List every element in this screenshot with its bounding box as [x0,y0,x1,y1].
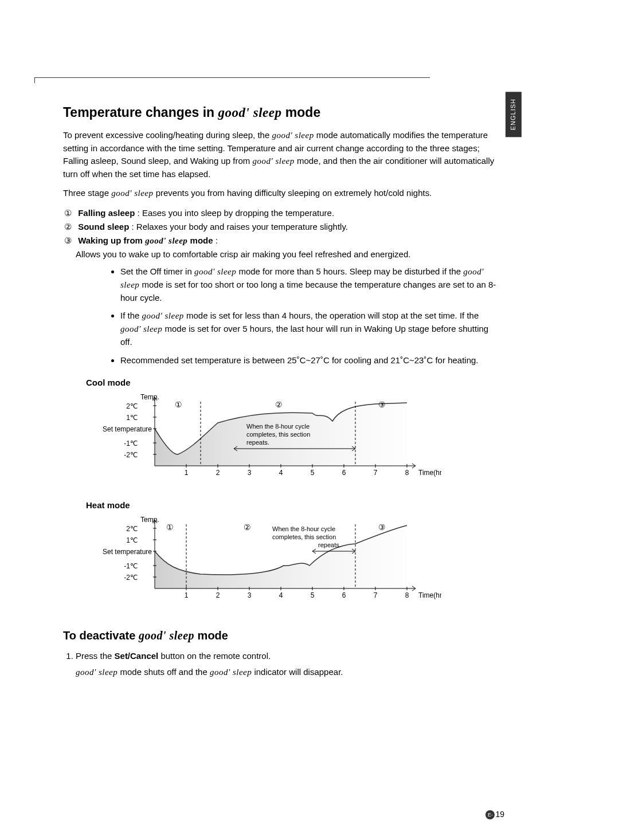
y-tick: Set temperature [103,548,152,556]
text: To prevent excessive cooling/heating dur… [63,130,272,140]
text: Three stage [63,188,111,198]
text: mode for more than 5 hours. Sleep may be… [236,266,463,276]
stage-label: Sound sleep [78,222,129,231]
good-sleep-text: good' sleep [272,131,314,140]
note-item: Set the Off timer in good' sleep mode fo… [120,265,499,304]
notes-list: Set the Off timer in good' sleep mode fo… [97,265,499,366]
text: If the [120,311,142,320]
stage-text: : Eases you into sleep by dropping the t… [135,208,334,218]
good-sleep-text: good' sleep [142,311,184,320]
good-sleep-text: good' sleep [218,105,282,120]
stage-marker-2: ② [244,523,251,532]
good-sleep-text: good' sleep [145,236,187,245]
intro-paragraph: To prevent excessive cooling/heating dur… [63,129,499,180]
content: Temperature changes in good' sleep mode … [63,103,499,682]
stage-2: ② Sound sleep : Relaxes your body and ra… [64,221,499,233]
y-tick: 2℃ [126,525,138,533]
title-part-b: mode [281,105,320,120]
stage-1: ① Falling asleep : Eases you into sleep … [64,207,499,219]
stage-text: Allows you to wake up to comfortable cri… [76,248,499,261]
x-tick: 7 [374,469,378,477]
good-sleep-text: good' sleep [111,189,153,198]
x-tick: 1 [185,469,189,477]
y-tick: 1℃ [126,414,138,422]
y-tick: 2℃ [126,402,138,410]
x-tick: 6 [342,591,346,599]
language-tab: ENGLISH [506,92,522,137]
text: mode is set for less than 4 hours, the o… [184,311,479,320]
y-tick: -1℃ [124,562,138,570]
good-sleep-text: good' sleep [139,629,194,642]
stage-list: ① Falling asleep : Eases you into sleep … [64,207,499,261]
stage-number-icon: ② [64,221,76,233]
y-axis-label: Temp. [140,516,159,524]
text: button on the remote control. [158,651,271,661]
x-tick: 8 [405,591,409,599]
y-tick: -1℃ [124,439,138,448]
text: mode is set for over 5 hours, the last h… [120,324,488,347]
button-name: Set/Cancel [115,651,159,661]
stage-label: Waking up from [78,235,145,245]
x-tick: 2 [216,469,220,477]
heat-mode-chart: Heat mode [86,499,499,611]
stage-marker-3: ③ [378,523,386,532]
x-tick: 3 [248,591,252,599]
x-tick: 6 [342,469,346,477]
text: To deactivate [63,629,139,642]
x-tick: 3 [248,469,252,477]
stage-text: : Relaxes your body and raises your temp… [129,222,348,231]
x-tick: 4 [279,469,283,477]
x-axis-label: Time(hr.) [418,469,441,477]
y-tick: 1℃ [126,536,138,544]
annotation-text: When the 8-hour cycle [272,525,335,532]
y-tick: Set temperature [103,425,152,433]
x-tick: 1 [185,591,189,599]
cool-mode-chart: Cool mode [86,376,499,489]
page-number-value: 19 [495,810,504,819]
good-sleep-text: good' sleep [210,668,252,677]
chart-label: Heat mode [86,499,499,512]
page-number: E-19 [485,808,504,820]
page: ENGLISH Temperature changes in good' sle… [0,0,619,840]
good-sleep-text: good' sleep [76,668,117,677]
section-title: Temperature changes in good' sleep mode [63,103,499,122]
text: mode shuts off and the [117,667,210,677]
x-tick: 5 [311,469,315,477]
deactivate-steps: Press the Set/Cancel button on the remot… [63,650,499,679]
good-sleep-text: good' sleep [194,267,236,276]
header-rule [34,77,430,78]
three-stage-paragraph: Three stage good' sleep prevents you fro… [63,187,499,200]
cool-chart-svg: ① ② ③ Temp. 2℃ 1℃ Set temperature -1℃ -2… [86,391,441,489]
stage-marker-3: ③ [378,400,386,409]
stage-marker-2: ② [275,400,283,409]
y-tick: -2℃ [124,574,138,582]
annotation-text: completes, this section [246,431,310,438]
x-tick: 7 [374,591,378,599]
annotation-text: completes, this section [272,533,336,540]
x-tick: 2 [216,591,220,599]
good-sleep-text: good' sleep [252,156,294,166]
stage-marker-1: ① [175,400,182,409]
annotation-text: repeats. [246,439,269,446]
heat-chart-svg: ① ② ③ Temp. 2℃ 1℃ Set temperature -1℃ -2… [86,514,441,611]
text: Recommended set temperature is between 2… [120,355,479,365]
note-item: If the good' sleep mode is set for less … [120,309,499,348]
text: mode [194,629,228,642]
stage-3: ③ Waking up from good' sleep mode : Allo… [64,234,499,261]
stage-marker-1: ① [166,523,174,532]
text: Set the Off timer in [120,266,194,276]
stage-label: mode [187,235,213,245]
x-tick: 5 [311,591,315,599]
x-tick: 4 [279,591,283,599]
y-tick: -2℃ [124,451,138,459]
text: indicator will disappear. [252,667,343,677]
text: Press the [76,651,115,661]
stage-number-icon: ③ [64,234,76,247]
annotation-text: repeats. [318,541,341,548]
note-item: Recommended set temperature is between 2… [120,354,499,367]
deactivate-title: To deactivate good' sleep mode [63,627,499,644]
x-axis-label: Time(hr.) [418,591,441,599]
text: prevents you from having difficulty slee… [154,188,432,198]
step-1: Press the Set/Cancel button on the remot… [76,650,499,679]
text: mode is set for too short or too long a … [120,280,496,303]
